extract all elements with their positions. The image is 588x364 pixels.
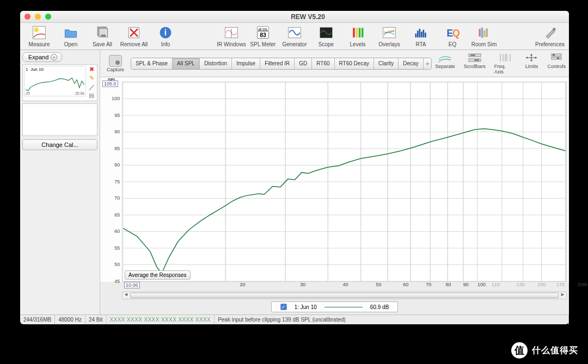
viewtool-controls[interactable]: Controls <box>547 52 566 75</box>
minimize-icon[interactable] <box>35 14 41 20</box>
toolbar-measure-button[interactable]: Measure <box>23 25 55 47</box>
app-window: REW V5.20 MeasureOpenSave AllRemove Alli… <box>20 11 569 324</box>
splmeter-icon: dB SPL83 <box>255 25 271 40</box>
svg-text:100: 100 <box>112 96 120 101</box>
toolbar-scope-label: Scope <box>318 41 334 47</box>
toolbar-scope-button[interactable]: Scope <box>310 25 342 47</box>
toolbar-open-button[interactable]: Open <box>55 25 87 47</box>
preferences-icon <box>542 25 558 40</box>
notes-box[interactable] <box>22 103 97 136</box>
overlays-icon <box>382 25 397 40</box>
expand-label: Expand <box>28 54 48 60</box>
measure-icon <box>32 25 47 40</box>
zoom-icon[interactable] <box>45 14 51 20</box>
svg-rect-45 <box>557 58 559 59</box>
x-tick: 110 <box>492 282 500 287</box>
x-tick-labels: 2030405060708090100110130150170200Hz <box>140 282 569 292</box>
statusbar: 244/316MB 48000 Hz 24 Bit XXXX XXXX XXXX… <box>20 314 569 324</box>
average-button[interactable]: Average the Responses <box>125 270 191 280</box>
toolbar-removeall-button[interactable]: Remove All <box>118 25 150 47</box>
traffic-lights <box>24 14 51 20</box>
toolbar-rta-button[interactable]: RTA <box>405 25 437 47</box>
capture-button[interactable]: Capture <box>103 55 127 72</box>
viewtool-limits[interactable]: Limits <box>524 52 538 75</box>
toolbar-generator-label: Generator <box>282 41 307 47</box>
delete-icon[interactable]: ✖ <box>88 66 95 73</box>
svg-text:i: i <box>164 28 167 37</box>
toolbar-generator-button[interactable]: Generator <box>279 25 310 47</box>
change-cal-button[interactable]: Change Cal... <box>22 139 97 150</box>
svg-text:85: 85 <box>114 146 120 151</box>
toolbar-splmeter-button[interactable]: dB SPL83SPL Meter <box>247 25 279 47</box>
measurement-card[interactable]: 1 Jun 10 20 20.0k ✖ ✎ ／ ▤ <box>22 64 97 101</box>
view-tools: SeparateScrollbarsFreq. AxisLimitsContro… <box>435 52 566 75</box>
edit-icon[interactable]: ✎ <box>88 75 95 82</box>
roomsim-icon <box>476 25 492 40</box>
toolbar-open-label: Open <box>64 41 77 47</box>
svg-text:80: 80 <box>114 162 120 168</box>
toolbar-saveall-button[interactable]: Save All <box>87 25 118 47</box>
tab-all-spl[interactable]: All SPL <box>173 58 200 69</box>
toolbar-eq-label: EQ <box>449 41 456 47</box>
tab-spl-phase[interactable]: SPL & Phase <box>131 58 173 69</box>
svg-rect-43 <box>552 57 561 59</box>
chart-box[interactable]: 4550556065707580859095100 Average the Re… <box>122 82 567 282</box>
svg-text:dB SPL: dB SPL <box>258 28 268 31</box>
svg-rect-4 <box>101 35 106 37</box>
svg-text:75: 75 <box>114 179 120 184</box>
toolbar-irwindows-label: IR Windows <box>217 41 246 47</box>
tab-rt60[interactable]: RT60 <box>312 58 334 69</box>
x-cursor-value: 10.06 <box>124 282 140 288</box>
tab-decay[interactable]: Decay <box>399 58 423 69</box>
svg-rect-31 <box>486 28 488 37</box>
toolbar-irwindows-button[interactable]: IR Windows <box>216 25 247 47</box>
tab-impulse[interactable]: Impulse <box>232 58 260 69</box>
main-panel: Capture SPL & PhaseAll SPLDistortionImpu… <box>100 50 569 314</box>
legend[interactable]: ✓ 1: Jun 10 60.9 dB <box>271 301 399 312</box>
legend-checkbox[interactable]: ✓ <box>280 304 287 310</box>
x-tick: 40 <box>343 282 348 287</box>
viewtool-freq-axis[interactable]: Freq. Axis <box>494 52 516 75</box>
toolbar-roomsim-label: Room Sim <box>471 41 497 47</box>
tab--[interactable]: » <box>424 58 432 69</box>
scrollbars-icon <box>468 52 482 63</box>
limits-icon <box>524 52 538 63</box>
legend-series-label: 1: Jun 10 <box>295 304 317 310</box>
toolbar-eq-button[interactable]: EQEQ <box>437 25 468 47</box>
capture-label: Capture <box>107 67 124 72</box>
h-scroll-thumb[interactable] <box>130 293 559 298</box>
toolbar-info-button[interactable]: iInfo <box>150 25 181 47</box>
toolbar-overlays-button[interactable]: Overlays <box>373 25 405 47</box>
tab-rt60-decay[interactable]: RT60 Decay <box>335 58 374 69</box>
viewtool-scrollbars[interactable]: Scrollbars <box>464 52 486 75</box>
tab-clarity[interactable]: Clarity <box>374 58 399 69</box>
x-tick: 30 <box>300 282 305 287</box>
freq-axis-icon <box>498 52 512 63</box>
tab-distortion[interactable]: Distortion <box>200 58 232 69</box>
toolbar-preferences-button[interactable]: Preferences <box>534 25 566 47</box>
svg-rect-15 <box>353 28 355 38</box>
h-scrollbar[interactable] <box>122 292 567 299</box>
pen-icon[interactable]: ／ <box>88 83 95 91</box>
watermark-text: 什么值得买 <box>532 345 578 356</box>
toolbar-saveall-label: Save All <box>93 41 112 47</box>
x-tick: 80 <box>446 282 451 287</box>
generator-icon <box>287 25 302 40</box>
svg-rect-34 <box>470 54 475 56</box>
measurement-thumbnail: 1 Jun 10 20 20.0k <box>24 66 86 96</box>
tab-gd[interactable]: GD <box>295 58 312 69</box>
notes-icon[interactable]: ▤ <box>88 92 95 100</box>
tab-filtered-ir[interactable]: Filtered IR <box>260 58 295 69</box>
legend-row: ✓ 1: Jun 10 60.9 dB <box>100 299 569 314</box>
status-bits: 24 Bit <box>85 315 107 324</box>
close-icon[interactable] <box>24 14 30 20</box>
expand-button[interactable]: Expand » <box>22 52 62 62</box>
x-axis-row: 10.06 2030405060708090100110130150170200… <box>100 282 569 292</box>
x-tick: 60 <box>403 282 408 287</box>
viewtool-separate[interactable]: Separate <box>435 52 455 75</box>
svg-text:70: 70 <box>114 195 120 201</box>
toolbar-levels-button[interactable]: Levels <box>342 25 373 47</box>
svg-rect-28 <box>479 29 481 36</box>
removeall-icon <box>126 25 142 40</box>
toolbar-roomsim-button[interactable]: Room Sim <box>468 25 500 47</box>
